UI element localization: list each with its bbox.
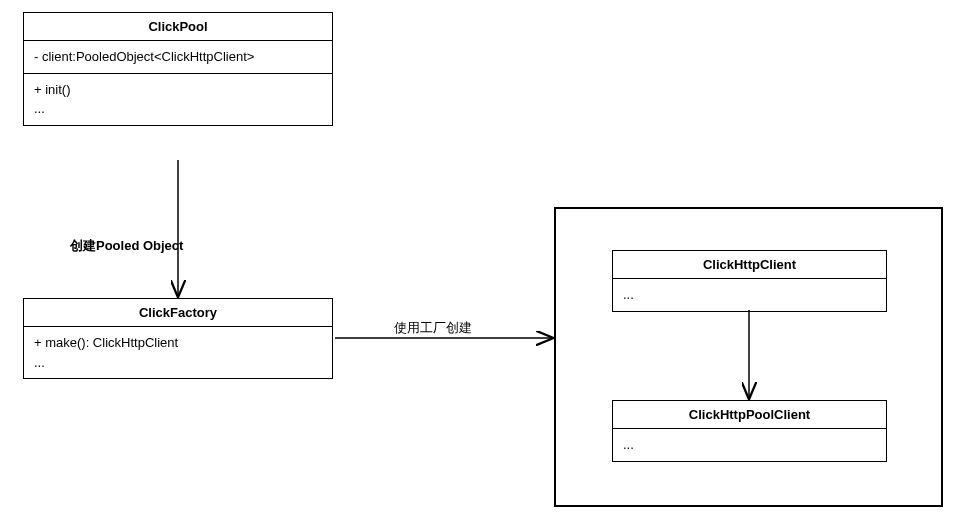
class-methods: + make(): ClickHttpClient ...: [24, 327, 332, 378]
class-clickhttpclient: ClickHttpClient ...: [612, 250, 887, 312]
class-title: ClickFactory: [24, 299, 332, 327]
class-body: ...: [613, 429, 886, 461]
class-clickpool: ClickPool - client:PooledObject<ClickHtt…: [23, 12, 333, 126]
class-clickhttppoolclient: ClickHttpPoolClient ...: [612, 400, 887, 462]
label-use-factory: 使用工厂创建: [394, 319, 472, 337]
class-attributes: - client:PooledObject<ClickHttpClient>: [24, 41, 332, 74]
class-body: ...: [613, 279, 886, 311]
class-methods: + init() ...: [24, 74, 332, 125]
label-create-pooled: 创建Pooled Object: [70, 237, 183, 255]
class-title: ClickHttpPoolClient: [613, 401, 886, 429]
class-clickfactory: ClickFactory + make(): ClickHttpClient .…: [23, 298, 333, 379]
class-title: ClickHttpClient: [613, 251, 886, 279]
class-title: ClickPool: [24, 13, 332, 41]
